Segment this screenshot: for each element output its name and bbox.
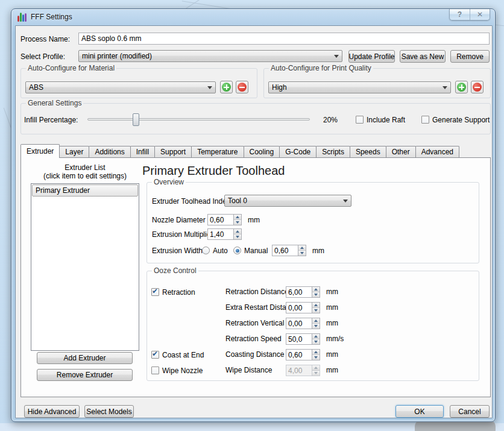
wipe-distance-unit: mm bbox=[326, 366, 338, 374]
extrusion-multiplier-spinner[interactable]: 1,40 bbox=[207, 228, 242, 240]
spin-up-icon[interactable] bbox=[312, 287, 320, 292]
coasting-distance-unit: mm bbox=[326, 350, 338, 359]
spin-down-icon[interactable] bbox=[312, 308, 320, 313]
extrusion-width-auto-label: Auto bbox=[213, 247, 228, 255]
infill-slider-thumb[interactable] bbox=[133, 113, 139, 126]
titlebar[interactable]: FFF Settings ? ✕ bbox=[11, 9, 495, 25]
extra-restart-distance-spinner[interactable]: 0,00 bbox=[286, 302, 320, 313]
retraction-distance-spinner[interactable]: 6,00 bbox=[286, 286, 320, 298]
extrusion-width-auto-radio[interactable] bbox=[202, 247, 210, 254]
retraction-vertical-lift-spinner[interactable]: 0,00 bbox=[286, 318, 320, 329]
coasting-distance-spinner[interactable]: 0,60 bbox=[286, 349, 320, 360]
extruder-list-item[interactable]: Primary Extruder bbox=[32, 184, 138, 197]
tab-additions[interactable]: Additions bbox=[89, 146, 130, 157]
quality-select[interactable]: High bbox=[268, 81, 451, 93]
profile-select[interactable]: mini printer (modified) bbox=[78, 50, 342, 62]
select-models-button[interactable]: Select Models bbox=[84, 405, 134, 418]
add-extruder-button[interactable]: Add Extruder bbox=[37, 352, 133, 364]
quality-selected-value: High bbox=[272, 83, 439, 92]
minus-circle-icon bbox=[238, 83, 247, 92]
spin-down-icon[interactable] bbox=[234, 220, 241, 225]
tab-temperature[interactable]: Temperature bbox=[191, 146, 244, 157]
spin-up-icon[interactable] bbox=[312, 303, 320, 308]
toolhead-index-select[interactable]: Tool 0 bbox=[224, 195, 351, 207]
help-icon: ? bbox=[458, 10, 462, 19]
coast-at-end-label: Coast at End bbox=[162, 351, 204, 359]
help-button[interactable]: ? bbox=[450, 9, 470, 20]
nozzle-diameter-spinner[interactable]: 0,60 bbox=[207, 214, 242, 225]
spin-up-icon[interactable] bbox=[312, 318, 320, 324]
coast-at-end-checkbox[interactable] bbox=[151, 351, 159, 359]
save-as-new-button[interactable]: Save as New bbox=[400, 50, 446, 63]
hide-advanced-button[interactable]: Hide Advanced bbox=[24, 405, 80, 418]
material-selected-value: ABS bbox=[29, 83, 204, 92]
spin-up-icon[interactable] bbox=[298, 245, 306, 251]
include-raft-checkbox[interactable] bbox=[356, 116, 364, 124]
extra-restart-distance-unit: mm bbox=[326, 303, 338, 312]
chevron-down-icon bbox=[343, 200, 348, 203]
remove-extruder-button[interactable]: Remove Extruder bbox=[37, 369, 133, 381]
extrusion-multiplier-label: Extrusion Multiplier bbox=[152, 230, 213, 239]
extrusion-width-label: Extrusion Width bbox=[152, 247, 203, 255]
spin-down-icon[interactable] bbox=[312, 292, 320, 297]
wipe-nozzle-label: Wipe Nozzle bbox=[162, 367, 203, 375]
coasting-distance-label: Coasting Distance bbox=[225, 350, 284, 359]
wipe-nozzle-checkbox[interactable] bbox=[151, 367, 159, 374]
infill-percentage-label: Infill Percentage: bbox=[24, 116, 78, 124]
extrusion-width-spinner[interactable]: 0,60 bbox=[272, 245, 306, 256]
infill-percentage-value: 20% bbox=[323, 116, 338, 124]
ooze-control-title: Ooze Control bbox=[152, 266, 198, 275]
caption-buttons: ? ✕ bbox=[449, 9, 490, 20]
spin-up-icon[interactable] bbox=[234, 215, 241, 220]
tab-speeds[interactable]: Speeds bbox=[350, 146, 386, 157]
tab-support[interactable]: Support bbox=[154, 146, 192, 157]
cancel-button[interactable]: Cancel bbox=[450, 405, 490, 418]
tab-other[interactable]: Other bbox=[386, 146, 416, 157]
toolhead-heading: Primary Extruder Toolhead bbox=[142, 164, 285, 178]
profile-selected-value: mini printer (modified) bbox=[82, 52, 330, 60]
toolhead-index-label: Extruder Toolhead Index bbox=[152, 197, 230, 206]
spin-up-icon[interactable] bbox=[312, 350, 320, 355]
spin-up-icon[interactable] bbox=[312, 334, 320, 339]
retraction-speed-spinner[interactable]: 50,0 bbox=[286, 333, 320, 345]
chevron-down-icon bbox=[334, 55, 339, 58]
nozzle-diameter-unit: mm bbox=[248, 216, 260, 224]
tab-cooling[interactable]: Cooling bbox=[244, 146, 280, 157]
tab-gcode[interactable]: G-Code bbox=[279, 146, 317, 157]
tab-layer[interactable]: Layer bbox=[59, 146, 89, 157]
tab-infill[interactable]: Infill bbox=[130, 146, 155, 157]
plus-circle-icon bbox=[222, 83, 231, 92]
remove-quality-button[interactable] bbox=[471, 81, 484, 93]
general-settings-title: General Settings bbox=[26, 99, 83, 107]
window-title: FFF Settings bbox=[31, 13, 72, 21]
material-select[interactable]: ABS bbox=[25, 81, 216, 93]
spin-up-icon[interactable] bbox=[234, 229, 241, 234]
app-logo-icon bbox=[17, 13, 27, 22]
remove-profile-button[interactable]: Remove bbox=[450, 50, 490, 63]
spin-down-icon[interactable] bbox=[312, 339, 320, 344]
generate-support-checkbox[interactable] bbox=[421, 116, 429, 124]
tab-extruder[interactable]: Extruder bbox=[20, 144, 60, 158]
spin-down-icon[interactable] bbox=[312, 324, 320, 329]
process-name-input[interactable] bbox=[78, 33, 490, 45]
infill-slider[interactable] bbox=[87, 118, 310, 121]
wipe-distance-spinner: 4,00 bbox=[286, 365, 320, 376]
process-name-label: Process Name: bbox=[20, 35, 70, 43]
ok-button[interactable]: OK bbox=[395, 405, 444, 418]
close-button[interactable]: ✕ bbox=[470, 9, 490, 20]
spin-down-icon[interactable] bbox=[234, 234, 241, 239]
spin-down-icon[interactable] bbox=[312, 355, 320, 360]
update-profile-button[interactable]: Update Profile bbox=[348, 50, 395, 63]
add-quality-button[interactable] bbox=[455, 81, 468, 93]
extrusion-width-manual-radio[interactable] bbox=[233, 247, 241, 254]
add-material-button[interactable] bbox=[220, 81, 233, 93]
spin-up-icon bbox=[312, 365, 320, 371]
tab-advanced[interactable]: Advanced bbox=[415, 146, 459, 157]
spin-down-icon[interactable] bbox=[298, 251, 306, 256]
overview-group: Overview Extruder Toolhead Index Tool 0 … bbox=[146, 182, 479, 263]
retraction-checkbox[interactable] bbox=[151, 288, 159, 296]
tab-scripts[interactable]: Scripts bbox=[316, 146, 350, 157]
extruder-listbox[interactable]: Primary Extruder bbox=[31, 183, 139, 351]
remove-material-button[interactable] bbox=[236, 81, 248, 93]
select-profile-label: Select Profile: bbox=[20, 52, 65, 61]
